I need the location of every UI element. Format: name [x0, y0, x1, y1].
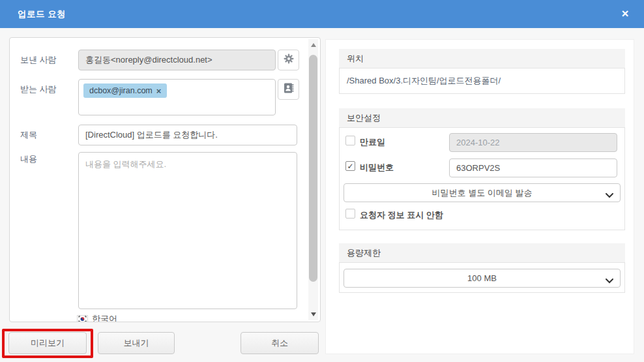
settings-panel: 위치 /Shared Box/3.디자인팀/업로드전용폴더/ 보안설정 만료일 …: [325, 39, 634, 354]
upload-request-dialog: 업로드 요청 × 보낸 사람 받는 사람: [0, 0, 644, 362]
recipient-tag-text: dcbox@jiran.com: [89, 86, 153, 95]
language-label[interactable]: 한국어: [92, 313, 117, 322]
mail-form-panel: 보낸 사람 받는 사람 dcbox@jiran.com: [9, 37, 321, 322]
recipient-input[interactable]: dcbox@jiran.com ×: [78, 79, 276, 115]
gear-icon: [284, 53, 294, 67]
address-book-icon: [284, 83, 294, 96]
password-email-select[interactable]: 비밀번호 별도 이메일 발송: [344, 183, 621, 202]
recipient-label: 받는 사람: [20, 79, 57, 100]
language-row: 한국어: [77, 312, 117, 322]
preview-button[interactable]: 미리보기: [8, 332, 87, 354]
hide-requester-checkbox[interactable]: [345, 209, 355, 219]
remove-recipient-icon[interactable]: ×: [156, 87, 162, 95]
content-textarea[interactable]: [78, 152, 297, 309]
chevron-down-icon: [606, 276, 613, 286]
capacity-select[interactable]: 100 MB: [344, 269, 621, 288]
location-path: /Shared Box/3.디자인팀/업로드전용폴더/: [340, 68, 624, 93]
chevron-down-icon: [606, 190, 613, 200]
sender-label: 보낸 사람: [20, 50, 57, 70]
password-checkbox[interactable]: ✓: [345, 161, 355, 171]
dialog-title: 업로드 요청: [18, 0, 66, 28]
content-label: 내용: [20, 153, 37, 166]
sender-settings-button[interactable]: [278, 50, 299, 70]
korea-flag-icon: [77, 315, 88, 322]
form-scrollbar[interactable]: [308, 39, 318, 320]
scroll-down-icon[interactable]: [308, 310, 318, 319]
password-email-selected: 비밀번호 별도 이메일 발송: [432, 187, 533, 199]
capacity-box: 100 MB: [339, 262, 625, 293]
capacity-selected: 100 MB: [467, 273, 497, 283]
expiry-date-input: [449, 133, 617, 152]
dialog-titlebar: 업로드 요청 ×: [0, 0, 644, 28]
hide-requester-label: 요청자 정보 표시 안함: [360, 209, 443, 221]
security-header: 보안설정: [339, 108, 625, 127]
scroll-up-icon[interactable]: [308, 40, 318, 50]
sender-input: [78, 50, 276, 70]
security-settings-box: 만료일 ✓ 비밀번호 비밀번호 별도 이메일 발송 요청자 정보 표시 안함: [339, 127, 625, 230]
recipient-tag: dcbox@jiran.com ×: [83, 83, 167, 98]
cancel-button[interactable]: 취소: [241, 332, 319, 354]
location-path-box: /Shared Box/3.디자인팀/업로드전용폴더/: [339, 68, 625, 94]
subject-input[interactable]: [78, 125, 297, 145]
expiry-checkbox[interactable]: [345, 136, 355, 145]
capacity-header: 용량제한: [339, 243, 625, 262]
subject-label: 제목: [20, 125, 37, 145]
location-header: 위치: [339, 49, 625, 68]
address-book-button[interactable]: [278, 79, 299, 100]
password-label: 비밀번호: [360, 162, 394, 173]
close-icon[interactable]: ×: [615, 0, 635, 28]
expiry-label: 만료일: [360, 136, 385, 148]
checkmark-icon: ✓: [347, 162, 353, 170]
password-input[interactable]: [449, 158, 617, 177]
send-button[interactable]: 보내기: [98, 332, 175, 354]
scrollbar-thumb[interactable]: [309, 55, 317, 282]
